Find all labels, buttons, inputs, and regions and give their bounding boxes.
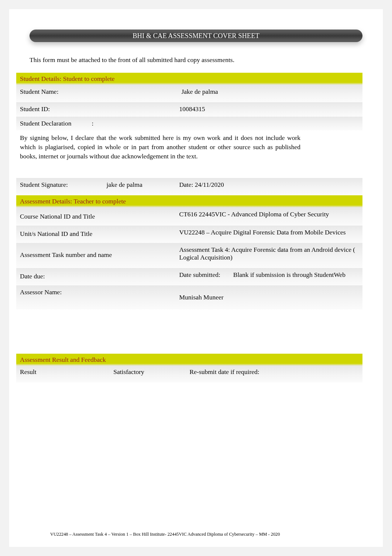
- resubmit-value: [307, 366, 362, 382]
- task-label: Assessment Task number and name: [16, 243, 175, 268]
- student-id-value: 10084315: [175, 102, 362, 117]
- unit-value: VU22248 – Acquire Digital Forensic Data …: [175, 226, 362, 243]
- student-name-row: Student Name: Jake de palma: [16, 85, 362, 102]
- results-block: Assessment Result and Feedback Result Sa…: [30, 354, 362, 382]
- assessor-row: Assessor Name: Munisah Muneer: [16, 285, 362, 309]
- student-id-row: Student ID: 10084315: [16, 102, 362, 117]
- student-declaration-row: Student Declaration :: [16, 117, 362, 130]
- student-declaration-empty: [175, 117, 362, 130]
- student-declaration-label-text: Student Declaration: [20, 120, 90, 127]
- task-row: Assessment Task number and name Assessme…: [16, 243, 362, 268]
- result-table: Result Satisfactory Re-submit date if re…: [16, 366, 362, 382]
- student-details-table: Student Name: Jake de palma Student ID: …: [16, 85, 362, 130]
- unit-row: Unit/s National ID and Title VU22248 – A…: [16, 226, 362, 243]
- assessor-label: Assessor Name:: [16, 285, 175, 309]
- student-signature-date: Date: 24/11/2020: [175, 178, 362, 195]
- unit-label: Unit/s National ID and Title: [16, 226, 175, 243]
- date-due-row: Date due: Date submitted: Blank if submi…: [16, 268, 362, 285]
- result-section-header: Assessment Result and Feedback: [16, 354, 362, 366]
- course-label: Course National ID and Title: [16, 207, 175, 226]
- student-signature-label: Student Signature:: [16, 178, 103, 195]
- page: BHI & CAE ASSESSMENT COVER SHEET This fo…: [9, 9, 383, 547]
- course-value: CT616 22445VIC - Advanced Diploma of Cyb…: [175, 207, 362, 226]
- student-signature-row: Student Signature: jake de palma Date: 2…: [16, 178, 362, 195]
- student-name-label: Student Name:: [16, 85, 175, 102]
- student-id-label: Student ID:: [16, 102, 175, 117]
- page-footer: VU22248 – Assessment Task 4 – Version 1 …: [50, 531, 343, 538]
- student-declaration-colon: :: [92, 120, 93, 127]
- course-row: Course National ID and Title CT616 22445…: [16, 207, 362, 226]
- assessment-section-header: Assessment Details: Teacher to complete: [16, 195, 362, 207]
- resubmit-label: Re-submit date if required:: [186, 366, 307, 382]
- date-due-label: Date due:: [16, 268, 175, 285]
- student-name-value: Jake de palma: [175, 85, 362, 102]
- task-value: Assessment Task 4: Acquire Forensic data…: [175, 243, 362, 268]
- student-signature-table: Student Signature: jake de palma Date: 2…: [16, 178, 362, 195]
- student-section-header: Student Details: Student to complete: [16, 73, 362, 85]
- cover-sheet-title: BHI & CAE ASSESSMENT COVER SHEET: [30, 30, 362, 42]
- student-declaration-label: Student Declaration :: [16, 117, 175, 130]
- result-label: Result: [16, 366, 110, 382]
- intro-text: This form must be attached to the front …: [30, 55, 255, 65]
- student-declaration-text: By signing below, I declare that the wor…: [16, 130, 304, 171]
- student-signature-value: jake de palma: [103, 178, 176, 195]
- result-row: Result Satisfactory Re-submit date if re…: [16, 366, 362, 382]
- result-value: Satisfactory: [110, 366, 186, 382]
- assessor-value: Munisah Muneer: [175, 285, 362, 309]
- assessment-details-table: Course National ID and Title CT616 22445…: [16, 207, 362, 309]
- date-submitted-value: Date submitted: Blank if submission is t…: [175, 268, 362, 285]
